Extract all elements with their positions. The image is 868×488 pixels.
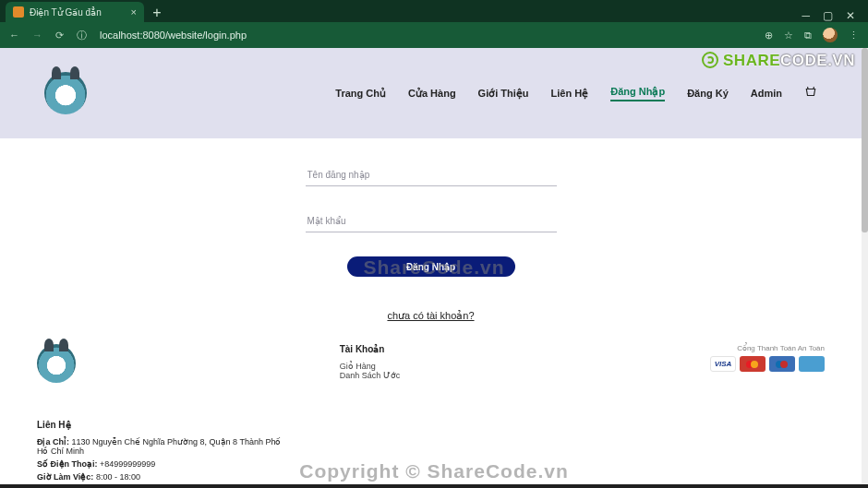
main-nav: Trang Chủ Cửa Hàng Giới Thiệu Liên Hệ Đă… [335,86,817,101]
new-tab-button[interactable]: + [148,4,166,22]
footer-col-payment: Cổng Thanh Toán An Toàn VISA [568,344,825,482]
nav-login[interactable]: Đăng Nhập [610,86,665,101]
back-icon[interactable]: ← [9,30,19,41]
maestro-icon [769,356,795,372]
safe-payment-label: Cổng Thanh Toán An Toàn [568,344,825,352]
footer-logo [37,344,76,383]
close-window-icon[interactable]: ✕ [846,9,855,22]
footer-col-account: Tài Khoản Giỏ Hàng Danh Sách Ước [303,344,560,482]
tab-title: Điện Tử Gấu đẳn [30,7,102,18]
profile-avatar[interactable] [823,28,838,42]
login-section: Đăng Nhập chưa có tài khoản? [0,138,862,327]
forward-icon[interactable]: → [32,30,42,41]
no-account-link[interactable]: chưa có tài khoản? [387,310,474,322]
footer-link-wishlist[interactable]: Danh Sách Ước [340,371,401,380]
mastercard-icon [740,356,766,372]
password-input[interactable] [306,210,557,232]
contact-hours: Giờ Làm Việc: 8:00 - 18:00 [37,472,294,482]
account-heading: Tài Khoản [340,344,560,354]
tab-favicon [13,6,24,18]
contact-address: Địa Chỉ: 1130 Nguyễn Chế Nghĩa Phường 8,… [37,437,294,456]
login-form: Đăng Nhập [306,164,557,277]
address-bar[interactable]: localhost:8080/website/login.php [100,30,247,41]
nav-admin[interactable]: Admin [751,88,782,99]
nav-shop[interactable]: Cửa Hàng [408,88,456,100]
browser-tab[interactable]: Điện Tử Gấu đẳn × [6,2,144,22]
browser-tab-bar: Điện Tử Gấu đẳn × + ─ ▢ ✕ [0,0,868,22]
visa-icon: VISA [710,356,736,372]
login-button[interactable]: Đăng Nhập [347,256,515,277]
reload-icon[interactable]: ⟳ [55,30,64,42]
site-footer: Liên Hệ Địa Chỉ: 1130 Nguyễn Chế Nghĩa P… [0,327,862,488]
site-header: Trang Chủ Cửa Hàng Giới Thiệu Liên Hệ Đă… [0,48,862,138]
vertical-scrollbar[interactable] [862,48,868,488]
username-input[interactable] [306,164,557,186]
footer-link-cart[interactable]: Giỏ Hàng [340,362,376,371]
horizontal-scrollbar[interactable] [0,484,868,488]
page-viewport: SHARECODE.VN ShareCode.vn Copyright © Sh… [0,48,868,488]
nav-about[interactable]: Giới Thiệu [478,88,529,100]
maximize-icon[interactable]: ▢ [823,9,833,22]
extensions-icon[interactable]: ⧉ [804,30,812,42]
browser-toolbar: ← → ⟳ ⓘ localhost:8080/website/login.php… [0,22,868,48]
nav-register[interactable]: Đăng Ký [687,88,729,99]
window-controls: ─ ▢ ✕ [802,9,862,22]
nav-home[interactable]: Trang Chủ [335,88,386,100]
scrollbar-thumb[interactable] [862,48,868,232]
menu-icon[interactable]: ⋮ [849,30,859,42]
site-info-icon[interactable]: ⓘ [77,29,87,42]
cart-icon[interactable] [804,86,817,101]
contact-heading: Liên Hệ [37,420,294,430]
amex-icon [799,356,825,372]
site-logo[interactable] [44,72,87,114]
close-icon[interactable]: × [131,6,137,18]
bookmark-icon[interactable]: ☆ [784,30,793,42]
footer-col-left: Liên Hệ Địa Chỉ: 1130 Nguyễn Chế Nghĩa P… [37,344,294,482]
contact-phone: Số Điện Thoại: +84999999999 [37,459,294,469]
nav-contact[interactable]: Liên Hệ [551,88,589,100]
payment-badges: VISA [710,356,825,372]
zoom-icon[interactable]: ⊕ [765,30,773,42]
minimize-icon[interactable]: ─ [802,9,810,22]
